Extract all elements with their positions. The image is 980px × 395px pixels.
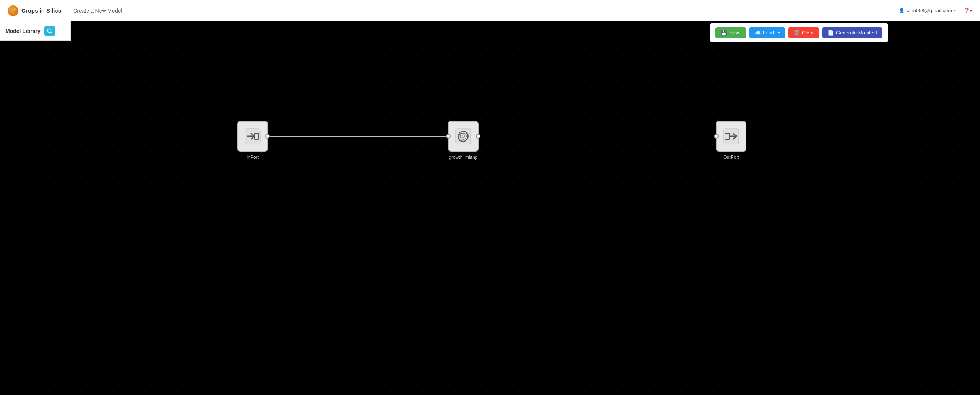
inport-label: InPort bbox=[247, 155, 259, 160]
nav-help-arrow: ▾ bbox=[970, 8, 972, 13]
nav-title: Create a New Model bbox=[73, 8, 122, 14]
outport-label: OutPort bbox=[723, 155, 739, 160]
growth-mlang-icon bbox=[455, 128, 472, 145]
save-label: Save bbox=[729, 30, 741, 36]
manifest-label: Generate Manifest bbox=[836, 30, 877, 36]
nav-user-email: cfh5058@gmail.com bbox=[906, 8, 952, 13]
help-icon: ❓ bbox=[964, 8, 970, 13]
nav-user-arrow: ▾ bbox=[954, 8, 956, 13]
nav-user-menu[interactable]: cfh5058@gmail.com ▾ bbox=[899, 8, 956, 13]
nav-help-button[interactable]: ❓ ▾ bbox=[964, 8, 972, 13]
inport-icon bbox=[244, 128, 261, 145]
outport-node-box[interactable] bbox=[716, 121, 746, 152]
model-library-search-button[interactable] bbox=[44, 26, 55, 36]
manifest-icon: 📄 bbox=[828, 30, 834, 36]
growth-mlang-node[interactable]: growth_mlang bbox=[448, 121, 479, 160]
load-icon: ☁️ bbox=[755, 30, 761, 36]
load-label: Load bbox=[763, 30, 774, 36]
inport-node-box[interactable] bbox=[237, 121, 268, 152]
save-button[interactable]: 💾 Save bbox=[715, 27, 746, 38]
search-icon bbox=[47, 28, 52, 34]
app-logo: 🌱 bbox=[8, 5, 18, 16]
model-library-panel: Model Library bbox=[0, 21, 71, 41]
outport-input-connector[interactable] bbox=[714, 134, 719, 139]
navbar: 🌱 Crops in Silico Create a New Model cfh… bbox=[0, 0, 980, 21]
growth-mlang-input-connector[interactable] bbox=[446, 134, 451, 139]
generate-manifest-button[interactable]: 📄 Generate Manifest bbox=[822, 27, 882, 38]
clear-icon: 🗑️ bbox=[794, 30, 800, 36]
outport-icon bbox=[723, 128, 740, 145]
toolbar: 💾 Save ☁️ Load ▾ 🗑️ Clear 📄 Generate Man… bbox=[710, 23, 888, 42]
connections-layer bbox=[0, 21, 980, 395]
svg-line-1 bbox=[51, 32, 52, 33]
nav-brand: Crops in Silico bbox=[21, 7, 62, 14]
load-dropdown-arrow: ▾ bbox=[778, 31, 780, 35]
clear-button[interactable]: 🗑️ Clear bbox=[788, 27, 819, 38]
growth-mlang-label: growth_mlang bbox=[449, 155, 477, 160]
inport-node[interactable]: InPort bbox=[237, 121, 268, 160]
growth-mlang-node-box[interactable] bbox=[448, 121, 479, 152]
inport-output-connector[interactable] bbox=[265, 134, 270, 139]
growth-mlang-output-connector[interactable] bbox=[476, 134, 480, 139]
canvas[interactable]: InPort growth_mlang bbox=[0, 21, 980, 395]
load-button[interactable]: ☁️ Load ▾ bbox=[749, 27, 785, 38]
save-icon: 💾 bbox=[721, 30, 727, 36]
model-library-label: Model Library bbox=[5, 28, 41, 34]
clear-label: Clear bbox=[802, 30, 814, 36]
outport-node[interactable]: OutPort bbox=[716, 121, 746, 160]
